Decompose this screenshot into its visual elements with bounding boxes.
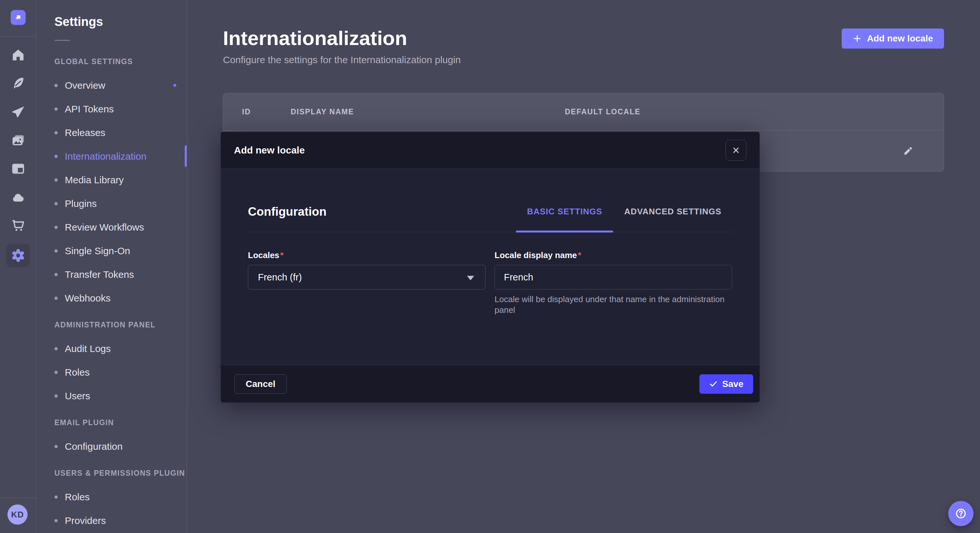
bullet-icon <box>54 249 58 252</box>
tab-basic-settings[interactable]: BASIC SETTINGS <box>516 191 613 232</box>
tab-advanced-settings[interactable]: ADVANCED SETTINGS <box>613 191 732 232</box>
display-name-hint: Locale will be displayed under that name… <box>495 294 728 315</box>
column-header-display-name: DISPLAY NAME <box>291 108 354 116</box>
bullet-icon <box>54 226 58 229</box>
sidebar-item-up-roles[interactable]: Roles <box>54 485 187 509</box>
sidebar-item-internationalization[interactable]: Internationalization <box>54 144 187 168</box>
bullet-icon <box>54 108 58 111</box>
strapi-logo[interactable] <box>11 10 25 25</box>
strapi-logo-icon <box>13 13 23 22</box>
column-header-default-locale: DEFAULT LOCALE <box>565 108 640 116</box>
rail-divider <box>0 36 36 36</box>
section-users-permissions-plugin: USERS & PERMISSIONS PLUGIN <box>54 462 187 485</box>
bullet-icon <box>54 519 58 522</box>
close-icon <box>732 146 740 155</box>
locales-select[interactable]: French (fr) <box>248 265 485 289</box>
title-rule <box>54 40 70 41</box>
plus-icon <box>853 34 862 43</box>
settings-sidebar: Settings GLOBAL SETTINGS Overview API To… <box>36 0 187 533</box>
sidebar-item-review-workflows[interactable]: Review Workflows <box>54 215 187 239</box>
display-name-label: Locale display name* <box>495 250 732 260</box>
sidebar-item-admin-roles[interactable]: Roles <box>54 360 187 384</box>
chevron-down-icon <box>467 276 474 281</box>
locales-field-group: Locales* French (fr) <box>248 250 485 324</box>
sidebar-title: Settings <box>54 15 187 29</box>
question-icon <box>955 507 967 520</box>
user-avatar[interactable]: KD <box>8 504 27 525</box>
locales-select-value: French (fr) <box>258 272 302 283</box>
required-asterisk: * <box>578 250 581 260</box>
sidebar-item-overview[interactable]: Overview <box>54 73 187 97</box>
sidebar-item-users[interactable]: Users <box>54 384 187 408</box>
bullet-icon <box>54 347 58 351</box>
check-icon <box>709 379 718 388</box>
home-icon[interactable] <box>6 43 30 67</box>
sidebar-item-webhooks[interactable]: Webhooks <box>54 286 187 310</box>
paper-plane-icon[interactable] <box>6 101 30 124</box>
modal-header: Add new locale <box>221 132 760 169</box>
bullet-icon <box>54 131 58 134</box>
settings-nav: GLOBAL SETTINGS Overview API Tokens Rele… <box>54 50 187 532</box>
sidebar-item-single-sign-on[interactable]: Single Sign-On <box>54 239 187 263</box>
sidebar-item-plugins[interactable]: Plugins <box>54 192 187 215</box>
sidebar-item-releases[interactable]: Releases <box>54 121 187 144</box>
locales-label: Locales* <box>248 250 485 260</box>
gear-icon[interactable] <box>6 244 30 267</box>
configuration-heading: Configuration <box>248 205 327 219</box>
notification-dot <box>173 84 176 87</box>
bullet-icon <box>54 445 58 448</box>
column-header-id: ID <box>242 108 251 116</box>
feather-icon[interactable] <box>6 71 30 95</box>
page-subtitle: Configure the settings for the Internati… <box>223 54 461 65</box>
locale-form: Locales* French (fr) Locale display name… <box>248 250 732 324</box>
avatar-divider <box>0 498 36 498</box>
bullet-icon <box>54 297 58 300</box>
bullet-icon <box>54 178 58 182</box>
bullet-icon <box>54 84 58 87</box>
cart-icon[interactable] <box>6 214 30 237</box>
section-global-settings: GLOBAL SETTINGS <box>54 50 187 73</box>
page-title: Internationalization <box>223 27 407 49</box>
cloud-icon[interactable] <box>6 186 30 209</box>
icon-rail: KD <box>0 0 36 533</box>
layout-icon[interactable] <box>6 157 30 180</box>
settings-tabs: BASIC SETTINGS ADVANCED SETTINGS <box>516 191 732 232</box>
section-email-plugin: EMAIL PLUGIN <box>54 411 187 435</box>
strapi-settings-app: KD Settings GLOBAL SETTINGS Overview API… <box>0 0 980 533</box>
bullet-icon <box>54 155 58 158</box>
bullet-icon <box>54 273 58 276</box>
modal-footer: Cancel Save <box>221 365 760 403</box>
save-button[interactable]: Save <box>699 374 753 394</box>
sidebar-item-transfer-tokens[interactable]: Transfer Tokens <box>54 263 187 286</box>
table-header-row: ID DISPLAY NAME DEFAULT LOCALE <box>223 93 944 130</box>
bullet-icon <box>54 394 58 398</box>
bullet-icon <box>54 371 58 374</box>
pencil-icon <box>902 145 914 157</box>
media-icon[interactable] <box>6 129 30 152</box>
modal-body: Configuration BASIC SETTINGS ADVANCED SE… <box>221 169 760 365</box>
bullet-icon <box>54 495 58 499</box>
close-button[interactable] <box>725 140 746 160</box>
add-locale-modal: Add new locale Configuration BASIC SETTI… <box>221 132 760 403</box>
edit-locale-button[interactable] <box>899 142 917 160</box>
sidebar-item-audit-logs[interactable]: Audit Logs <box>54 337 187 360</box>
configuration-section-header: Configuration BASIC SETTINGS ADVANCED SE… <box>248 169 732 232</box>
required-asterisk: * <box>280 250 283 260</box>
bullet-icon <box>54 202 58 205</box>
help-button[interactable] <box>948 501 974 526</box>
cancel-button[interactable]: Cancel <box>234 374 287 394</box>
sidebar-item-providers[interactable]: Providers <box>54 509 187 532</box>
section-administration-panel: ADMINISTRATION PANEL <box>54 313 187 337</box>
display-name-field-group: Locale display name* Locale will be disp… <box>495 250 732 324</box>
display-name-input[interactable] <box>495 265 732 289</box>
add-new-locale-button[interactable]: Add new locale <box>842 29 944 49</box>
sidebar-item-api-tokens[interactable]: API Tokens <box>54 97 187 121</box>
sidebar-item-email-configuration[interactable]: Configuration <box>54 435 187 458</box>
sidebar-item-media-library[interactable]: Media Library <box>54 168 187 192</box>
modal-title: Add new locale <box>234 145 305 156</box>
